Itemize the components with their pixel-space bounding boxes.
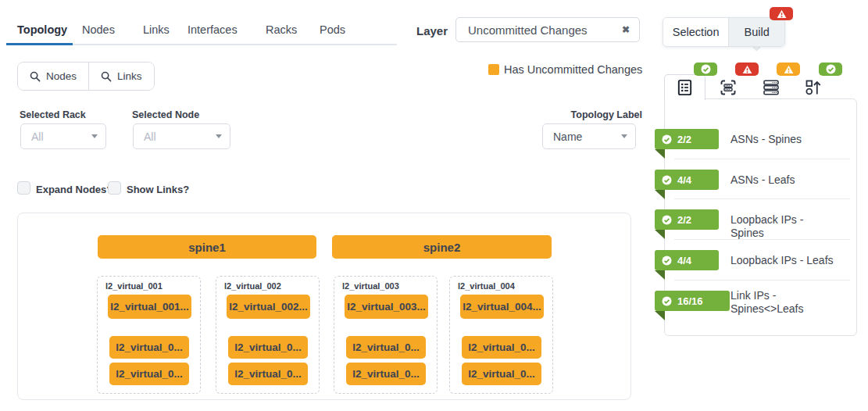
tab-interfaces[interactable]: Interfaces xyxy=(188,23,238,36)
build-tab-assign[interactable] xyxy=(804,78,823,97)
check-circle-icon xyxy=(701,64,711,74)
node-button[interactable]: l2_virtual_0... xyxy=(228,363,308,385)
selected-rack-select[interactable]: All xyxy=(20,123,106,149)
rack-scan-icon xyxy=(719,78,738,97)
nodes-search-button[interactable]: Nodes xyxy=(18,63,88,90)
ribbon-count: 16/16 xyxy=(677,295,703,307)
links-search-button[interactable]: Links xyxy=(88,63,154,90)
check-circle-icon xyxy=(662,256,672,266)
divider xyxy=(674,239,850,240)
links-search-label: Links xyxy=(117,70,142,82)
topology-label-value: Name xyxy=(553,130,621,143)
chevron-down-icon xyxy=(621,134,627,138)
check-circle-icon xyxy=(662,215,672,225)
show-links-checkbox[interactable] xyxy=(108,181,121,195)
ribbon-fold xyxy=(655,190,665,199)
tab-selection[interactable]: Selection xyxy=(663,18,728,46)
search-button-group: Nodes Links xyxy=(17,62,155,91)
check-circle-icon xyxy=(662,175,672,185)
legend-label: Has Uncommitted Changes xyxy=(504,63,642,76)
tab-links[interactable]: Links xyxy=(143,23,170,36)
selected-rack-value: All xyxy=(31,130,91,143)
tab-pods[interactable]: Pods xyxy=(320,23,345,36)
spine-node-spine1[interactable]: spine1 xyxy=(98,235,316,259)
ribbon-count: 2/2 xyxy=(677,134,691,145)
topology-canvas: spine1 spine2 l2_virtual_001 l2_virtual_… xyxy=(17,213,631,400)
clear-icon[interactable]: ✖ xyxy=(622,24,630,35)
selected-node-select[interactable]: All xyxy=(133,123,230,149)
check-circle-icon xyxy=(662,296,672,306)
layer-label: Layer xyxy=(416,24,448,38)
divider xyxy=(674,280,850,281)
warning-icon xyxy=(742,65,752,74)
rack-label: l2_virtual_002 xyxy=(224,281,281,291)
status-badge-warning xyxy=(777,63,800,76)
rack-l2-virtual-002[interactable]: l2_virtual_002 l2_virtual_002... l2_virt… xyxy=(216,276,320,394)
rack-label: l2_virtual_001 xyxy=(105,281,163,291)
spine-node-spine2[interactable]: spine2 xyxy=(332,235,552,259)
blueprint-staged-screen: Topology Nodes Links Interfaces Racks Po… xyxy=(0,0,868,411)
build-item-label[interactable]: Link IPs - Spines<>Leafs xyxy=(730,289,820,316)
divider xyxy=(674,198,850,199)
status-ribbon: 2/2 xyxy=(655,129,719,149)
layer-input[interactable]: Uncommitted Changes ✖ xyxy=(455,17,640,42)
status-badge-error xyxy=(735,63,759,76)
rack-l2-virtual-001[interactable]: l2_virtual_001 l2_virtual_001... l2_virt… xyxy=(97,276,201,394)
node-button[interactable]: l2_virtual_001... xyxy=(108,295,191,319)
nodes-search-label: Nodes xyxy=(46,70,77,82)
node-button[interactable]: l2_virtual_004... xyxy=(460,295,544,319)
build-item-label[interactable]: Loopback IPs - Leafs xyxy=(730,254,834,267)
list-icon xyxy=(676,78,694,97)
tab-build[interactable]: Build xyxy=(728,18,784,46)
node-button[interactable]: l2_virtual_0... xyxy=(109,336,189,359)
warning-icon xyxy=(777,9,787,19)
tab-racks[interactable]: Racks xyxy=(266,23,297,36)
panel-tab-group: Selection Build xyxy=(663,17,785,47)
build-item-label[interactable]: ASNs - Spines xyxy=(730,133,802,146)
divider xyxy=(674,159,850,159)
node-button[interactable]: l2_virtual_003... xyxy=(345,295,428,319)
ribbon-count: 2/2 xyxy=(677,214,691,226)
ribbon-fold xyxy=(655,270,665,280)
build-item-label[interactable]: Loopback IPs - Spines xyxy=(730,213,836,240)
check-circle-icon xyxy=(826,64,836,74)
expand-nodes-label: Expand Nodes? xyxy=(36,184,113,195)
node-button[interactable]: l2_virtual_0... xyxy=(346,336,426,359)
rack-l2-virtual-003[interactable]: l2_virtual_003 l2_virtual_003... l2_virt… xyxy=(334,276,438,394)
tab-nodes[interactable]: Nodes xyxy=(82,23,115,36)
node-button[interactable]: l2_virtual_002... xyxy=(227,295,310,319)
node-button[interactable]: l2_virtual_0... xyxy=(109,363,189,385)
node-button[interactable]: l2_virtual_0... xyxy=(462,363,541,385)
selected-rack-label: Selected Rack xyxy=(20,109,86,120)
node-button[interactable]: l2_virtual_0... xyxy=(228,336,308,359)
selected-node-value: All xyxy=(144,130,216,143)
chevron-down-icon xyxy=(91,134,98,138)
chevron-down-icon xyxy=(216,134,222,138)
status-ribbon: 4/4 xyxy=(655,250,719,270)
rack-label: l2_virtual_003 xyxy=(342,281,399,291)
ribbon-fold xyxy=(655,230,665,239)
expand-nodes-checkbox[interactable] xyxy=(17,181,30,195)
server-stack-icon xyxy=(762,78,780,97)
search-icon xyxy=(30,71,41,82)
search-icon xyxy=(101,71,112,82)
selected-node-label: Selected Node xyxy=(132,109,199,120)
show-links-label: Show Links? xyxy=(127,184,189,195)
status-ribbon: 2/2 xyxy=(655,209,719,230)
build-item-label[interactable]: ASNs - Leafs xyxy=(730,173,795,187)
build-tab-list[interactable] xyxy=(664,74,705,100)
build-tab-devices[interactable] xyxy=(762,78,780,97)
layer-value: Uncommitted Changes xyxy=(468,23,622,37)
topology-label-heading: Topology Label xyxy=(539,109,642,120)
warning-icon xyxy=(784,65,794,74)
tab-topology[interactable]: Topology xyxy=(17,23,67,36)
build-tab-racks[interactable] xyxy=(719,78,738,97)
status-badge-ok xyxy=(819,63,842,76)
topology-label-select[interactable]: Name xyxy=(542,123,636,149)
ribbon-count: 4/4 xyxy=(677,174,691,186)
node-button[interactable]: l2_virtual_0... xyxy=(346,363,426,385)
rack-l2-virtual-004[interactable]: l2_virtual_004 l2_virtual_004... l2_virt… xyxy=(449,276,553,394)
active-tab-indicator xyxy=(6,43,73,45)
node-button[interactable]: l2_virtual_0... xyxy=(462,336,541,359)
status-ribbon: 16/16 xyxy=(655,291,730,311)
